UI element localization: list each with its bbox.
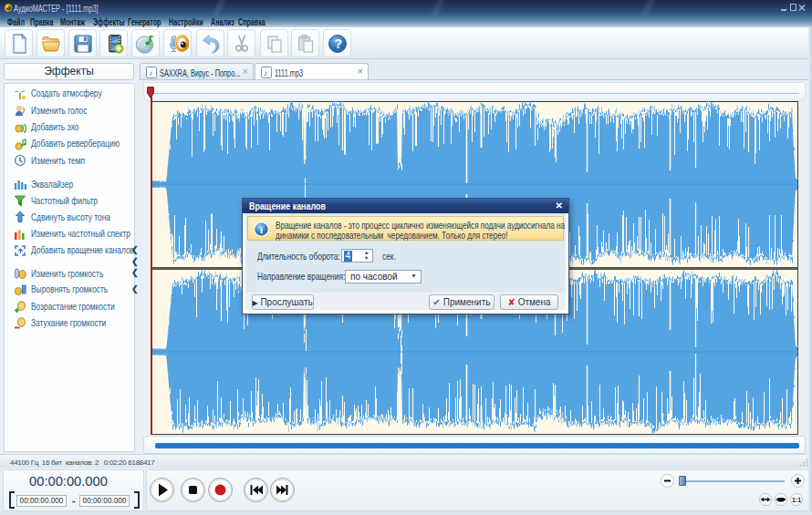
svg-text:♪: ♪ [264,68,268,77]
svg-text:♪: ♪ [149,68,153,77]
svg-text:?: ? [335,36,343,51]
svg-text:i: i [260,224,263,235]
